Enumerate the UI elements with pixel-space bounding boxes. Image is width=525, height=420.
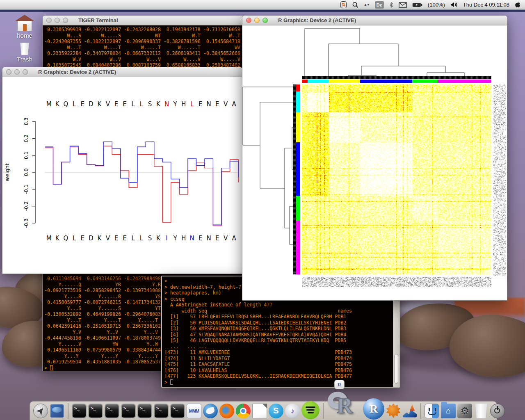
keyboard-layout-badge[interactable]: De xyxy=(375,1,384,9)
cluster-color-3 xyxy=(360,80,412,83)
dock-icon-launcher[interactable] xyxy=(33,404,48,418)
heatmap-titlebar[interactable]: R Graphics: Device 2 (ACTIVE) xyxy=(242,16,507,25)
svg-text:V: V xyxy=(224,100,228,108)
svg-text:L: L xyxy=(190,100,194,108)
dock-icon-chrome[interactable] xyxy=(236,404,251,418)
svg-text:Y: Y xyxy=(173,235,178,242)
dock-icon-mathematica[interactable] xyxy=(386,404,401,418)
svg-text:E: E xyxy=(123,235,126,242)
desktop-icon-home[interactable]: home xyxy=(8,15,41,39)
heatmap-row-labels xyxy=(493,84,506,276)
svg-text:E: E xyxy=(215,100,219,108)
maximize-button[interactable] xyxy=(262,18,268,23)
close-button[interactable] xyxy=(46,18,52,23)
dock-icon-drive[interactable]: MMM xyxy=(187,404,201,418)
svg-text:K: K xyxy=(97,100,102,108)
wallpaper-reflection xyxy=(454,298,525,319)
close-button[interactable] xyxy=(6,69,11,75)
svg-text:0.0: 0.0 xyxy=(23,168,29,176)
dock-icon-terminal[interactable]: >_ xyxy=(105,404,119,418)
svg-text:E: E xyxy=(215,235,219,242)
dock-icon-finder[interactable] xyxy=(425,404,439,418)
desktop-icon-trash[interactable]: Trash xyxy=(8,41,41,63)
mail-icon[interactable] xyxy=(399,1,407,9)
apple-icon[interactable] xyxy=(515,1,521,9)
wallpaper-rock xyxy=(0,283,46,332)
svg-text:E: E xyxy=(199,100,202,108)
cluster-color-5 xyxy=(296,221,300,274)
cluster-color-3 xyxy=(296,142,300,196)
svg-text:N: N xyxy=(207,100,211,108)
row-side-colors xyxy=(296,84,300,274)
svg-text:E: E xyxy=(81,235,84,242)
dock-icon-terminal[interactable]: >_ xyxy=(72,404,87,418)
scrollbar-thumb[interactable] xyxy=(394,354,398,383)
r-app-badge[interactable]: R xyxy=(334,380,345,389)
dock-icon-terminal[interactable]: >_ xyxy=(137,404,152,418)
svg-text:I: I xyxy=(166,235,167,242)
svg-text:V: V xyxy=(224,235,228,242)
dock-icon-desktop[interactable] xyxy=(50,404,64,418)
svg-text:L: L xyxy=(73,235,76,242)
volume-icon[interactable] xyxy=(450,1,458,9)
window-title: TIGER Terminal xyxy=(78,17,118,23)
dock-icon-libreoffice[interactable] xyxy=(252,404,267,418)
maximize-button[interactable] xyxy=(23,69,28,75)
bluetooth-icon[interactable] xyxy=(389,1,393,9)
sync-icon[interactable]: ⇅ xyxy=(340,1,347,8)
terminal-prompt-line[interactable]: > xyxy=(44,365,161,371)
svg-text:L: L xyxy=(140,100,144,108)
svg-text:E: E xyxy=(199,235,202,242)
cluster-color-0 xyxy=(296,84,300,91)
minimize-button[interactable] xyxy=(14,69,20,75)
svg-text:A: A xyxy=(232,100,237,108)
console-prompt-line[interactable]: > xyxy=(164,379,390,386)
dock-icon-rbig[interactable]: R xyxy=(327,391,361,420)
dock-icon-spotify[interactable] xyxy=(301,401,320,419)
dock-icon-thunderbird[interactable] xyxy=(203,404,218,418)
dock-icon-terminal[interactable]: >_ xyxy=(88,404,103,418)
keyboard-arrows-icon[interactable]: ▲▼ xyxy=(364,1,370,9)
svg-text:D: D xyxy=(89,235,94,242)
svg-text:N: N xyxy=(164,100,169,108)
dock-icon-firefox[interactable] xyxy=(219,404,234,418)
dock-icon-terminal[interactable]: >_ xyxy=(121,404,136,418)
dock-icon-homefolder[interactable]: ⌂ xyxy=(441,404,456,418)
close-button[interactable] xyxy=(246,18,251,23)
minimize-button[interactable] xyxy=(254,18,260,23)
wallpaper-shadow xyxy=(390,347,525,371)
svg-text:L: L xyxy=(73,100,76,108)
r-graphics-window-heatmap: R Graphics: Device 2 (ACTIVE) xyxy=(242,15,507,301)
dock-icon-rball[interactable]: R xyxy=(363,398,384,420)
wallpaper-rock xyxy=(447,312,525,381)
search-icon[interactable] xyxy=(352,1,358,9)
svg-text:K: K xyxy=(97,235,102,242)
dock-icon-trash[interactable] xyxy=(474,404,488,418)
wallpaper-water-highlight xyxy=(399,302,456,316)
dock-icon-terminal[interactable]: >_ xyxy=(170,404,185,418)
svg-text:S: S xyxy=(148,235,152,242)
svg-text:-0.2: -0.2 xyxy=(23,201,29,211)
menubar-clock[interactable]: Thu Dec 4 09:11:08 xyxy=(463,2,509,8)
svg-text:K: K xyxy=(55,235,60,242)
terminal-cursor xyxy=(50,365,53,370)
svg-text:H: H xyxy=(181,235,186,242)
dock-icon-matlab[interactable] xyxy=(402,404,417,418)
battery-percentage[interactable]: (100%) xyxy=(428,2,445,8)
dock-icon-itunes[interactable]: ♪ xyxy=(285,404,300,418)
dock-icon-gear[interactable]: ⚙ xyxy=(457,404,472,418)
maximize-button[interactable] xyxy=(63,18,68,23)
minimize-button[interactable] xyxy=(55,18,60,23)
dock-icon-skype[interactable]: S xyxy=(269,404,283,418)
dock-icon-terminal[interactable]: >_ xyxy=(154,404,169,418)
battery-icon[interactable] xyxy=(412,1,422,9)
svg-text:M: M xyxy=(46,235,52,242)
dock-icon-power[interactable] xyxy=(490,404,505,418)
graphics-titlebar[interactable]: R Graphics: Device 2 (ACTIVE) xyxy=(2,67,242,77)
heatmap-column-labels xyxy=(302,277,491,287)
tiger-titlebar[interactable]: TIGER Terminal xyxy=(43,16,246,25)
svg-text:D: D xyxy=(89,100,94,108)
svg-text:A: A xyxy=(232,235,237,242)
heatmap-figure xyxy=(242,25,507,301)
window-title: R Graphics: Device 2 (ACTIVE) xyxy=(38,69,116,75)
